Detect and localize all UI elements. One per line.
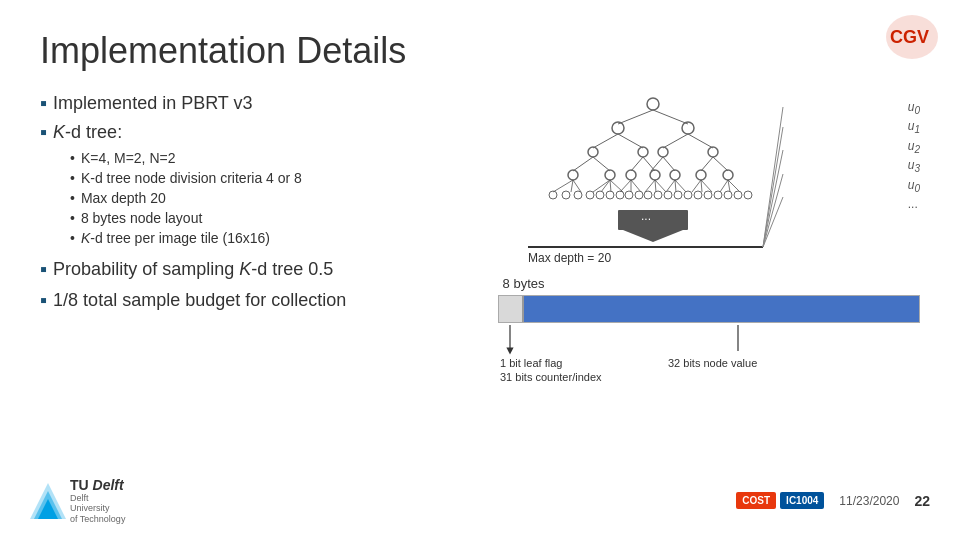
- svg-text:CGV: CGV: [890, 27, 929, 47]
- svg-point-55: [586, 191, 594, 199]
- svg-line-43: [666, 180, 675, 192]
- svg-point-59: [625, 191, 633, 199]
- prob-text: Probability of sampling K-d tree 0.5: [53, 259, 333, 280]
- svg-point-67: [704, 191, 712, 199]
- cgv-logo-icon: CGV: [885, 15, 940, 60]
- svg-point-65: [684, 191, 692, 199]
- svg-point-64: [674, 191, 682, 199]
- svg-line-47: [701, 180, 702, 192]
- svg-point-63: [664, 191, 672, 199]
- bytes-annotations: 1 bit leaf flag 32 bits node value 31 bi…: [498, 323, 920, 383]
- svg-line-17: [631, 157, 643, 171]
- svg-point-12: [638, 147, 648, 157]
- svg-point-52: [549, 191, 557, 199]
- svg-line-15: [573, 157, 593, 171]
- svg-line-79: [763, 197, 783, 247]
- svg-line-8: [618, 134, 643, 148]
- svg-line-37: [620, 180, 631, 192]
- bytes-layout: 8 bytes: [498, 276, 920, 383]
- u0-label: u0: [908, 100, 920, 116]
- u2-label: u2: [908, 139, 920, 155]
- svg-point-23: [568, 170, 578, 180]
- cost-logo: COST: [736, 492, 776, 509]
- page-number: 22: [914, 493, 930, 509]
- bytes-bar: [498, 295, 920, 323]
- svg-line-21: [701, 157, 713, 171]
- svg-line-31: [571, 180, 573, 192]
- svg-line-76: [763, 127, 783, 247]
- svg-point-26: [650, 170, 660, 180]
- svg-text:31 bits counter/index: 31 bits counter/index: [500, 371, 602, 383]
- list-item: Max depth 20: [70, 190, 478, 206]
- svg-point-28: [696, 170, 706, 180]
- bytes-title: 8 bytes: [503, 276, 920, 291]
- svg-line-4: [653, 110, 688, 124]
- page-title: Implementation Details: [40, 30, 920, 72]
- bullet-list: K=4, M=2, N=2 K-d tree node division cri…: [70, 150, 478, 246]
- svg-point-11: [588, 147, 598, 157]
- list-item: K=4, M=2, N=2: [70, 150, 478, 166]
- section-budget: 1/8 total sample budget for collection: [40, 289, 478, 312]
- svg-line-10: [688, 134, 713, 148]
- section-kd: K-d tree:: [40, 121, 478, 144]
- cgv-logo-area: CGV: [885, 15, 940, 64]
- list-item: K-d tree per image tile (16x16): [70, 230, 478, 246]
- budget-text: 1/8 total sample budget for collection: [53, 290, 346, 311]
- left-column: Implemented in PBRT v3 K-d tree: K=4, M=…: [40, 92, 498, 383]
- tree-diagram: Max depth = 20 ... u0 u1 u2 u3 u0 ...: [498, 92, 920, 383]
- section-prob: Probability of sampling K-d tree 0.5: [40, 258, 478, 281]
- svg-point-68: [714, 191, 722, 199]
- bytes-bar-left: [499, 296, 524, 322]
- svg-line-33: [593, 180, 610, 192]
- svg-point-57: [606, 191, 614, 199]
- svg-line-32: [573, 180, 581, 192]
- svg-text:Max depth = 20: Max depth = 20: [528, 251, 611, 265]
- svg-point-24: [605, 170, 615, 180]
- svg-line-49: [720, 180, 728, 192]
- list-item: K-d tree node division criteria 4 or 8: [70, 170, 478, 186]
- svg-point-69: [724, 191, 732, 199]
- svg-line-44: [675, 180, 676, 192]
- bytes-annotation-svg: 1 bit leaf flag 32 bits node value 31 bi…: [498, 323, 920, 383]
- svg-point-54: [574, 191, 582, 199]
- dots-label: ...: [908, 197, 920, 211]
- tu-logo-icon: [30, 483, 66, 519]
- bytes-bar-right: [524, 296, 919, 322]
- bottom-sections: Probability of sampling K-d tree 0.5 1/8…: [40, 258, 478, 312]
- svg-line-20: [663, 157, 675, 171]
- svg-point-53: [562, 191, 570, 199]
- svg-line-39: [631, 180, 641, 192]
- svg-text:...: ...: [641, 209, 651, 223]
- svg-line-40: [645, 180, 655, 192]
- content-area: Implemented in PBRT v3 K-d tree: K=4, M=…: [40, 92, 920, 383]
- u1-label: u1: [908, 119, 920, 135]
- tree-svg: Max depth = 20 ...: [498, 92, 808, 267]
- svg-point-62: [654, 191, 662, 199]
- svg-line-36: [610, 180, 623, 192]
- svg-rect-72: [618, 210, 688, 230]
- svg-point-61: [644, 191, 652, 199]
- svg-point-71: [744, 191, 752, 199]
- svg-point-27: [670, 170, 680, 180]
- tree-svg-area: Max depth = 20 ...: [498, 92, 903, 271]
- tree-and-labels: Max depth = 20 ... u0 u1 u2 u3 u0 ...: [498, 92, 920, 271]
- svg-line-30: [553, 180, 573, 192]
- svg-line-9: [663, 134, 688, 148]
- u3-label: u3: [908, 158, 920, 174]
- u-labels: u0 u1 u2 u3 u0 ...: [908, 100, 920, 211]
- svg-point-25: [626, 170, 636, 180]
- u0b-label: u0: [908, 178, 920, 194]
- kd-heading: K-d tree:: [53, 122, 122, 143]
- svg-point-2: [647, 98, 659, 110]
- svg-line-34: [601, 180, 610, 192]
- svg-line-22: [713, 157, 728, 171]
- svg-line-35: [610, 180, 611, 192]
- svg-text:1 bit leaf flag: 1 bit leaf flag: [500, 357, 562, 369]
- bottom-bar: TU Delft DelftUniversityof Technology CO…: [0, 477, 960, 525]
- svg-line-3: [618, 110, 653, 124]
- svg-line-48: [701, 180, 712, 192]
- svg-point-13: [658, 147, 668, 157]
- svg-line-42: [655, 180, 666, 192]
- list-item: 8 bytes node layout: [70, 210, 478, 226]
- svg-line-7: [593, 134, 618, 148]
